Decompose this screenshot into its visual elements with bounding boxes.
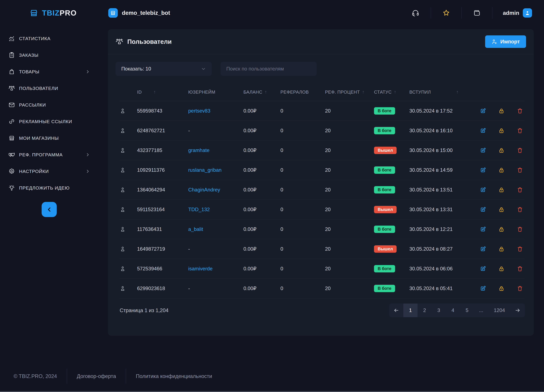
chevron-down-icon — [201, 66, 206, 71]
edit-button[interactable] — [480, 147, 486, 154]
bot-selector[interactable]: demo_telebiz_bot — [108, 8, 170, 18]
sidebar-item-orders[interactable]: ЗАКАЗЫ — [0, 47, 106, 63]
column-header-joined[interactable]: ВСТУПИЛ — [409, 89, 475, 95]
joined-date: 30.05.2024 в 06:06 — [409, 266, 475, 272]
delete-button[interactable] — [517, 266, 523, 272]
username-link[interactable]: - — [188, 246, 190, 252]
row-avatar — [120, 226, 134, 232]
delete-button[interactable] — [517, 246, 523, 252]
delete-button[interactable] — [517, 285, 523, 291]
delete-button[interactable] — [517, 108, 523, 114]
sidebar-item-users[interactable]: ПОЛЬЗОВАТЕЛИ — [0, 80, 106, 97]
pagination-page-2[interactable]: 2 — [418, 303, 432, 317]
username-link[interactable]: gramhate — [188, 148, 209, 153]
block-button[interactable] — [498, 246, 505, 252]
favorites-button[interactable] — [431, 9, 461, 17]
delete-button[interactable] — [517, 127, 523, 134]
delete-button[interactable] — [517, 147, 523, 154]
referrals: 0 — [279, 128, 323, 133]
table-row: 117636431 a_balit 0.00₽ 0 20 В боте 30.0… — [120, 220, 525, 239]
edit-button[interactable] — [480, 167, 486, 173]
edit-button[interactable] — [480, 266, 486, 272]
username-link[interactable]: pertsev83 — [188, 108, 210, 114]
person-icon — [120, 207, 126, 213]
block-button[interactable] — [498, 127, 505, 134]
pagination-prev[interactable] — [389, 303, 403, 317]
username-link[interactable]: - — [188, 285, 190, 291]
username-link[interactable]: a_balit — [188, 226, 203, 232]
pagination-page-3[interactable]: 3 — [432, 303, 446, 317]
block-button[interactable] — [498, 226, 505, 232]
footer-link-privacy[interactable]: Политика конфиденциальности — [136, 373, 212, 379]
footer-link-offer[interactable]: Договор-оферта — [77, 373, 116, 379]
joined-date: 30.05.2024 в 13:51 — [409, 187, 475, 193]
edit-button[interactable] — [480, 246, 486, 252]
edit-button[interactable] — [480, 285, 486, 291]
horizontal-scrollbar[interactable] — [0, 391, 544, 392]
pagination-page-last[interactable]: 1204 — [488, 303, 511, 317]
edit-button[interactable] — [480, 206, 486, 213]
table-row: 5911523164 TDD_132 0.00₽ 0 20 Вышел 30.0… — [120, 200, 525, 220]
pagination-page-5[interactable]: 5 — [460, 303, 474, 317]
gear-icon — [8, 168, 15, 175]
brand-primary: TBIZ — [42, 9, 59, 17]
delete-button[interactable] — [517, 206, 523, 213]
trash-icon — [517, 266, 523, 272]
search-input[interactable] — [221, 62, 317, 76]
pagination-page-4[interactable]: 4 — [446, 303, 460, 317]
wallet-button[interactable] — [462, 9, 492, 17]
sidebar-collapse-button[interactable] — [42, 202, 57, 217]
table-row: 1649872719 - 0.00₽ 0 20 Вышел 30.05.2024… — [120, 239, 525, 259]
block-button[interactable] — [498, 167, 505, 173]
column-header-username[interactable]: ЮЗЕРНЕЙМ — [188, 89, 243, 95]
username-link[interactable]: isamiverde — [188, 266, 213, 271]
sidebar-item-suggest-idea[interactable]: ПРЕДЛОЖИТЬ ИДЕЮ — [0, 180, 106, 196]
status-badge: В боте — [374, 186, 395, 194]
column-header-status[interactable]: СТАТУС — [373, 89, 409, 95]
brand-logo[interactable]: TBIZPRO — [0, 8, 106, 18]
link-icon — [8, 118, 15, 125]
sidebar-item-ad-links[interactable]: РЕКЛАМНЫЕ ССЫЛКИ — [0, 113, 106, 130]
block-button[interactable] — [498, 108, 505, 114]
row-actions — [475, 147, 525, 154]
edit-button[interactable] — [480, 187, 486, 193]
username-link[interactable]: TDD_132 — [188, 207, 210, 212]
column-header-id[interactable]: ID — [134, 89, 188, 95]
block-button[interactable] — [498, 147, 505, 154]
column-header-balance[interactable]: БАЛАНС — [243, 89, 279, 95]
username-link[interactable]: - — [188, 128, 190, 133]
edit-button[interactable] — [480, 108, 486, 114]
sidebar-item-products[interactable]: ТОВАРЫ — [0, 63, 106, 80]
edit-button[interactable] — [480, 226, 486, 232]
delete-button[interactable] — [517, 226, 523, 232]
pagination-next[interactable] — [511, 303, 525, 317]
sidebar-item-mailings[interactable]: РАССЫЛКИ — [0, 97, 106, 113]
footer-divider — [126, 368, 126, 384]
delete-button[interactable] — [517, 167, 523, 173]
column-header-ref-percent[interactable]: РЕФ. ПРОЦЕНТ — [323, 89, 373, 95]
page-size-select[interactable]: Показать: 10 — [116, 62, 212, 76]
pagination-page-1[interactable]: 1 — [403, 303, 418, 317]
edit-button[interactable] — [480, 127, 486, 134]
joined-date: 30.05.2024 в 05:41 — [409, 285, 475, 291]
balance: 0.00₽ — [243, 266, 279, 272]
block-button[interactable] — [498, 187, 505, 193]
support-button[interactable] — [400, 9, 431, 17]
column-header-referrals[interactable]: РЕФЕРАЛОВ — [279, 89, 323, 95]
delete-button[interactable] — [517, 187, 523, 193]
username-link[interactable]: ChaginAndrey — [188, 187, 220, 193]
account-menu[interactable]: admin — [492, 8, 532, 18]
username-link[interactable]: ruslana_griban — [188, 167, 222, 173]
sidebar-item-my-stores[interactable]: МОИ МАГАЗИНЫ — [0, 130, 106, 146]
person-icon — [120, 285, 126, 291]
referrals: 0 — [279, 246, 323, 252]
sidebar-item-ref-program[interactable]: РЕФ. ПРОГРАММА — [0, 146, 106, 163]
sidebar-item-statistics[interactable]: СТАТИСТИКА — [0, 30, 106, 47]
block-button[interactable] — [498, 266, 505, 272]
sidebar-item-settings[interactable]: НАСТРОЙКИ — [0, 163, 106, 180]
ref-percent: 20 — [323, 167, 373, 173]
import-button[interactable]: Импорт — [485, 35, 526, 48]
block-button[interactable] — [498, 206, 505, 213]
block-button[interactable] — [498, 285, 505, 291]
users-table: ID ЮЗЕРНЕЙМ БАЛАНС РЕФЕРАЛОВ РЕФ. ПРОЦЕН… — [120, 76, 525, 298]
